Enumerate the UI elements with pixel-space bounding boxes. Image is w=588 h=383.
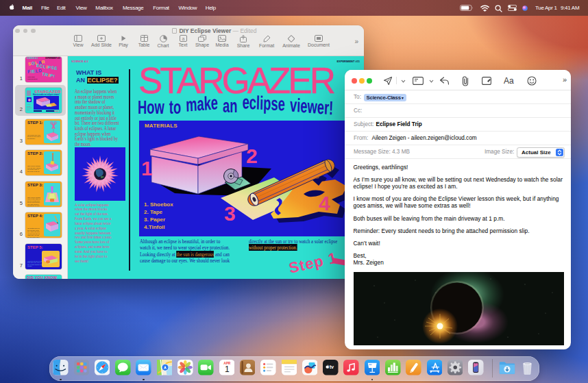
svg-text:1: 1 <box>224 365 229 374</box>
svg-text:2: 2 <box>246 145 258 167</box>
svg-text:3: 3 <box>224 202 236 225</box>
svg-text:4: 4 <box>319 192 330 214</box>
svg-text:a: a <box>182 36 184 40</box>
svg-text:1: 1 <box>141 157 153 180</box>
svg-text:tv: tv <box>330 364 334 370</box>
